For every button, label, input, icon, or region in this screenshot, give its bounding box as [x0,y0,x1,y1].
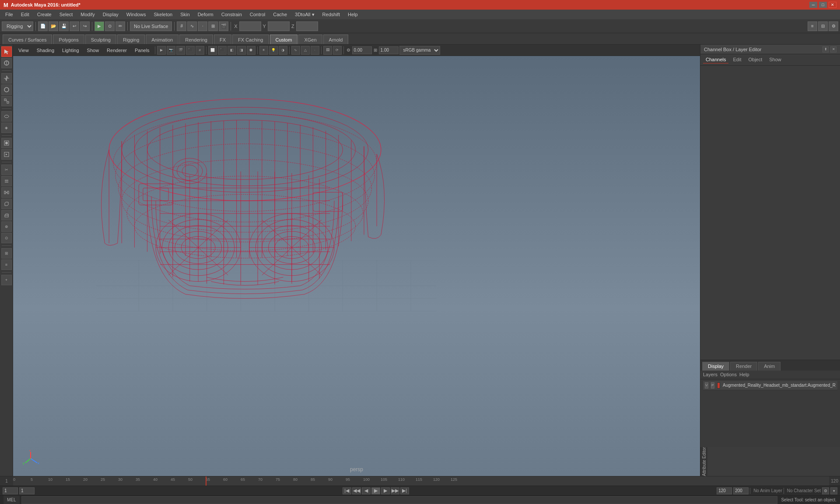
tab-arnold[interactable]: Arnold [323,35,349,44]
attr-editor-btn[interactable]: ⊟ [818,21,828,31]
prev-frame-btn[interactable]: ◀ [362,487,371,494]
play-forward-btn[interactable]: ▶ [371,487,380,494]
timeline-ruler[interactable]: 0 5 10 15 20 25 30 35 40 45 50 55 60 65 … [13,476,829,486]
tab-rendering[interactable]: Rendering [179,35,213,44]
select-tool-left-btn[interactable] [1,46,12,57]
view-select-btn[interactable]: ▶ [157,46,166,55]
light-btn-1[interactable]: ☀ [259,46,268,55]
viewport-menu-renderer[interactable]: Renderer [103,46,130,55]
next-key-btn[interactable]: ▶▶ [391,487,399,494]
snap-btn[interactable]: + [1,275,12,285]
tab-polygons[interactable]: Polygons [53,35,84,44]
subtab-help[interactable]: Help [739,372,749,377]
next-frame-btn[interactable]: ▶ [381,487,390,494]
snap-point-btn[interactable]: · [198,21,207,31]
menu-control[interactable]: Control [246,10,269,19]
view-render-btn[interactable]: ⬛ [186,46,195,55]
menu-windows[interactable]: Windows [123,10,150,19]
workspace-dropdown[interactable]: Rigging [2,21,33,31]
menu-display[interactable]: Display [99,10,122,19]
tab-render[interactable]: Render [730,362,757,371]
layer-p-btn[interactable]: P [711,382,714,388]
tab-animation[interactable]: Animation [146,35,178,44]
viewport-val1-input[interactable]: 0.00 [352,46,372,54]
redo-btn[interactable]: ↪ [80,21,90,31]
subtab-options[interactable]: Options [720,372,737,377]
view-film-btn[interactable]: 🎬 [176,46,185,55]
range-end-input[interactable]: 200 [733,487,749,494]
current-frame-input[interactable]: 1 [19,487,35,494]
undo-btn[interactable]: ↩ [70,21,79,31]
render-viewport-btn[interactable] [1,138,12,148]
color-space-dropdown[interactable]: sRGB gamma [399,46,440,55]
viewport-menu-shading[interactable]: Shading [33,46,58,55]
x-coord-field[interactable] [239,21,261,31]
motion-trail-btn[interactable]: ⟳ [333,46,342,55]
tab-show[interactable]: Show [766,56,784,63]
panel-close-btn[interactable]: ✕ [830,46,836,52]
multi-cut-btn[interactable]: ✂ [1,164,12,175]
display-flat-btn[interactable]: ◧ [228,46,236,55]
view-grid-btn[interactable]: # [196,46,204,55]
menu-create[interactable]: Create [34,10,55,19]
display-smooth-btn[interactable]: ⬛ [218,46,227,55]
lasso-tool-btn[interactable]: ⊙ [105,21,115,31]
subtab-layers[interactable]: Layers [703,372,718,377]
menu-skeleton[interactable]: Skeleton [150,10,176,19]
tab-custom[interactable]: Custom [270,35,298,44]
select-tool-btn[interactable]: ▶ [94,21,104,31]
timeline-playhead[interactable] [206,476,206,486]
poly-edge-btn[interactable]: △ [301,46,310,55]
tab-channels[interactable]: Channels [703,56,728,63]
move-tool-btn[interactable] [1,73,12,84]
menu-deform[interactable]: Deform [194,10,217,19]
iso-line-btn[interactable]: ∿ [291,46,300,55]
layer-color-swatch[interactable] [717,382,720,388]
viewport-menu-show[interactable]: Show [84,46,103,55]
extrude-btn[interactable] [1,210,12,220]
close-button[interactable]: ✕ [829,2,836,8]
menu-skin[interactable]: Skin [177,10,193,19]
viewport-menu-lighting[interactable]: Lighting [59,46,83,55]
menu-constrain[interactable]: Constrain [218,10,245,19]
tab-object[interactable]: Object [746,56,765,63]
connect-btn[interactable]: ⊕ [1,221,12,232]
tab-display[interactable]: Display [702,362,729,371]
prev-key-btn[interactable]: ◀◀ [352,487,361,494]
snap-curve-btn[interactable]: ∿ [187,21,197,31]
display-all-btn[interactable]: ⬟ [247,46,256,55]
shadow-btn[interactable]: ◑ [279,46,287,55]
maximize-button[interactable]: □ [819,2,827,8]
tool-settings-btn[interactable]: ⚙ [829,21,838,31]
start-frame-input[interactable]: 1 [3,487,18,494]
command-input[interactable] [21,496,778,504]
rotate-tool-btn[interactable] [1,84,12,95]
tab-rigging[interactable]: Rigging [117,35,145,44]
menu-3dtall[interactable]: 3DtoAll ▾ [291,10,318,19]
channel-box-btn[interactable]: ≡ [808,21,817,31]
menu-help[interactable]: Help [344,10,361,19]
viewport-menu-view[interactable]: View [15,46,32,55]
tab-fx-caching[interactable]: FX Caching [232,35,269,44]
char-set-options-btn2[interactable]: ▾ [830,487,837,494]
menu-file[interactable]: File [2,10,17,19]
display-texture-btn[interactable]: ◨ [237,46,246,55]
bridge-btn[interactable] [1,187,12,198]
minimize-button[interactable]: ─ [809,2,817,8]
new-scene-btn[interactable]: 📄 [38,21,48,31]
snap-view-btn[interactable]: ⊞ [208,21,218,31]
skip-to-end-btn[interactable]: ▶| [400,487,409,494]
menu-edit[interactable]: Edit [18,10,33,19]
open-scene-btn[interactable]: 📂 [49,21,58,31]
panel-float-btn[interactable]: ⬆ [822,46,829,52]
end-frame-input[interactable]: 120 [717,487,732,494]
offset-edge-btn[interactable] [1,176,12,186]
no-live-surface-btn[interactable]: No Live Surface [130,21,172,31]
z-coord-field[interactable] [296,21,318,31]
display-wireframe-btn[interactable]: ⬜ [208,46,217,55]
merge-btn[interactable]: ⊙ [1,233,12,243]
soft-mod-btn[interactable] [1,111,12,122]
tab-edit[interactable]: Edit [730,56,744,63]
y-coord-field[interactable] [268,21,290,31]
tab-curves-surfaces[interactable]: Curves / Surfaces [3,35,52,44]
